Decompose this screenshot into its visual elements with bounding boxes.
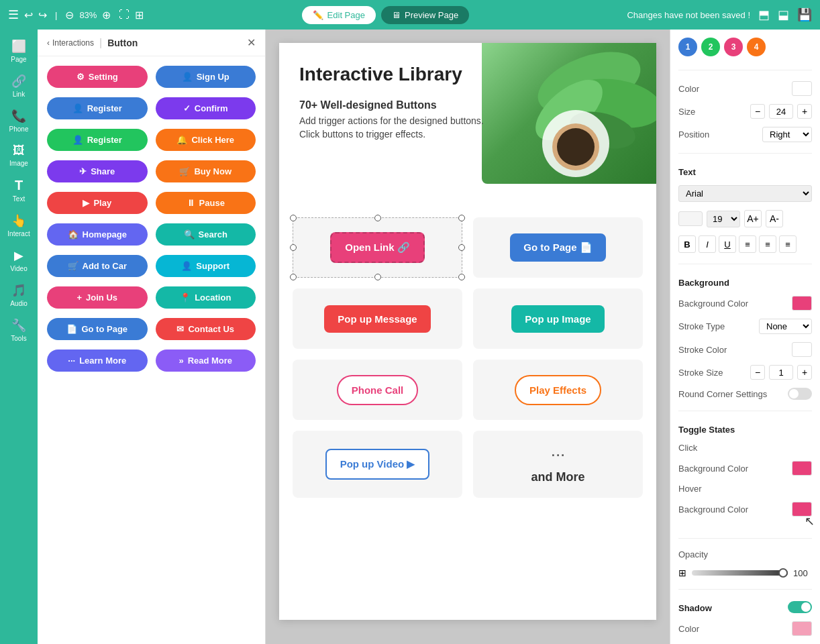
phone-call-canvas-button[interactable]: Phone Call <box>337 375 419 405</box>
opacity-row-label: Opacity <box>678 549 812 559</box>
edit-page-button[interactable]: ✏️ Edit Page <box>302 6 376 24</box>
divider-1 <box>678 70 812 70</box>
align-center-button[interactable]: ≡ <box>759 235 776 253</box>
font-size-row: 19 18 20 A+ A- <box>678 210 812 227</box>
fullscreen-icon[interactable]: ⛶ <box>119 9 130 21</box>
learn-more-button[interactable]: ··· Learn More <box>47 350 148 372</box>
sign-up-button[interactable]: 👤 Sign Up <box>156 66 256 88</box>
sidebar-item-phone[interactable]: 📞 Phone <box>2 105 36 137</box>
edit-icon: ✏️ <box>313 10 323 20</box>
sidebar-item-video[interactable]: ▶ Video <box>2 244 36 276</box>
popup-msg-cell: Pop up Message <box>293 288 462 349</box>
sidebar-item-audio[interactable]: 🎵 Audio <box>2 279 36 311</box>
opacity-track[interactable] <box>692 570 788 576</box>
sidebar-item-interact[interactable]: 👆 Interact <box>2 209 36 241</box>
register-button-2[interactable]: 👤 Register <box>47 129 148 151</box>
align-left-button[interactable]: ≡ <box>739 235 756 253</box>
round-corner-toggle[interactable] <box>788 388 812 400</box>
popup-image-canvas-button[interactable]: Pop up Image <box>511 305 604 333</box>
font-family-select[interactable]: Arial Helvetica <box>678 185 812 202</box>
sidebar-item-link[interactable]: 🔗 Link <box>2 70 36 102</box>
underline-button[interactable]: U <box>719 235 736 253</box>
align-right-button[interactable]: ≡ <box>779 235 797 253</box>
stroke-size-input[interactable] <box>769 365 793 380</box>
panel-btn-row-5: ▶ Play ⏸ Pause <box>47 192 256 214</box>
position-row: Position Right Left Center <box>678 127 812 142</box>
contact-us-button[interactable]: ✉ Contact Us <box>156 318 256 340</box>
size-increase-button[interactable]: + <box>797 104 812 119</box>
popup-message-canvas-button[interactable]: Pop up Message <box>324 305 430 333</box>
panel-btn-row-7: 🛒 Add to Car 👤 Support <box>47 255 256 277</box>
share-button[interactable]: ✈ Share <box>47 160 148 182</box>
shadow-color-swatch[interactable] <box>792 621 812 636</box>
position-select[interactable]: Right Left Center <box>762 127 812 142</box>
canvas-page[interactable]: Interactive Library 70+ Well-designed Bu… <box>279 43 656 620</box>
register-button-1[interactable]: 👤 Register <box>47 97 148 119</box>
sidebar-item-text[interactable]: T Text <box>2 174 36 207</box>
search-button[interactable]: 🔍 Search <box>156 223 256 246</box>
layout-icon[interactable]: ⊞ <box>135 9 144 21</box>
topbar-center: ✏️ Edit Page 🖥 Preview Page <box>149 6 621 24</box>
preview-page-button[interactable]: 🖥 Preview Page <box>381 6 469 24</box>
homepage-button[interactable]: 🏠 Homepage <box>47 223 148 246</box>
panel-btn-row-9: 📄 Go to Page ✉ Contact Us <box>47 318 256 340</box>
click-bg-swatch[interactable] <box>792 461 812 476</box>
zoom-out-icon[interactable]: ⊖ <box>65 9 74 21</box>
location-button[interactable]: 📍 Location <box>156 286 256 309</box>
save-icon[interactable]: 💾 <box>797 7 812 22</box>
play-effects-canvas-button[interactable]: Play Effects <box>515 375 601 405</box>
font-increase-button[interactable]: A+ <box>744 210 762 227</box>
pause-button[interactable]: ⏸ Pause <box>156 192 256 214</box>
phone-icon: 📞 <box>11 109 26 123</box>
opacity-knob[interactable] <box>778 568 788 578</box>
goto-page-canvas-button[interactable]: Go to Page 📄 <box>510 233 605 262</box>
avatar-2: 2 <box>701 38 720 56</box>
stroke-increase-button[interactable]: + <box>797 365 812 380</box>
panel-header: ‹ Interactions | Button ✕ <box>38 30 265 56</box>
sidebar-item-tools[interactable]: 🔧 Tools <box>2 314 36 346</box>
stroke-type-select[interactable]: None Solid Dashed <box>759 319 812 334</box>
italic-button[interactable]: I <box>699 235 716 253</box>
size-input[interactable] <box>769 104 793 119</box>
size-decrease-button[interactable]: − <box>750 104 765 119</box>
redo-button[interactable]: ↪ <box>38 9 47 21</box>
hamburger-icon[interactable]: ☰ <box>8 7 19 22</box>
join-us-button[interactable]: + Join Us <box>47 286 148 309</box>
add-to-cart-button[interactable]: 🛒 Add to Car <box>47 255 148 277</box>
confirm-button[interactable]: ✓ Confirm <box>156 97 256 119</box>
sidebar-item-page[interactable]: ⬜ Page <box>2 35 36 67</box>
size-row: Size − + <box>678 104 812 119</box>
buy-now-button[interactable]: 🛒 Buy Now <box>156 160 256 182</box>
panel-close-button[interactable]: ✕ <box>247 36 256 49</box>
go-to-page-button[interactable]: 📄 Go to Page <box>47 318 148 340</box>
undo-button[interactable]: ↩ <box>24 9 33 21</box>
export-icon[interactable]: ⬓ <box>778 7 789 22</box>
chevron-left-icon: ‹ <box>47 38 50 48</box>
color-swatch[interactable] <box>792 81 812 96</box>
click-here-button[interactable]: 🔔 Click Here <box>156 129 256 151</box>
panel-btn-row-4: ✈ Share 🛒 Buy Now <box>47 160 256 182</box>
panel-back-button[interactable]: ‹ Interactions <box>47 38 94 48</box>
read-more-button[interactable]: » Read More <box>156 350 256 372</box>
support-button[interactable]: 👤 Support <box>156 255 256 277</box>
click-label: Click <box>678 443 812 453</box>
popup-video-canvas-button[interactable]: Pop up Video ▶ <box>325 449 430 480</box>
opacity-value: 100 <box>793 568 812 578</box>
bg-color-swatch[interactable] <box>792 296 812 311</box>
share-icon[interactable]: ⬒ <box>758 7 770 22</box>
open-link-canvas-button[interactable]: Open Link 🔗 <box>330 232 425 263</box>
play-button[interactable]: ▶ Play <box>47 192 148 214</box>
bold-button[interactable]: B <box>678 235 696 253</box>
setting-button[interactable]: ⚙ Setting <box>47 66 148 88</box>
sidebar-item-image[interactable]: 🖼 Image <box>2 140 36 171</box>
font-color-swatch[interactable] <box>678 211 703 226</box>
color-row: Color <box>678 81 812 96</box>
zoom-in-icon[interactable]: ⊕ <box>102 9 111 21</box>
stroke-color-swatch[interactable] <box>792 342 812 357</box>
shadow-toggle[interactable] <box>788 601 812 613</box>
toggle-states-title: Toggle States <box>678 425 812 435</box>
divider-6 <box>678 589 812 590</box>
font-decrease-button[interactable]: A- <box>766 210 783 227</box>
font-size-select[interactable]: 19 18 20 <box>707 211 740 227</box>
stroke-decrease-button[interactable]: − <box>750 365 765 380</box>
